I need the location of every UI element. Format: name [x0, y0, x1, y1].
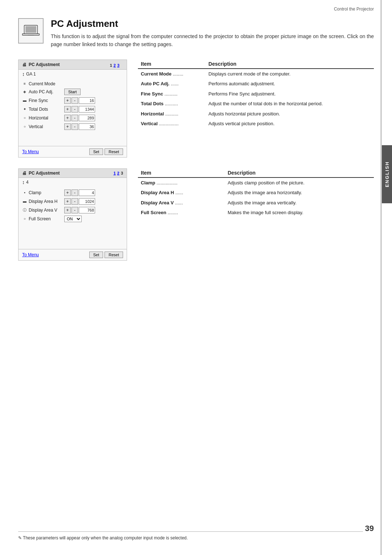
english-sidebar: ENGLISH: [382, 145, 392, 203]
cursor-icon-2: ↕: [22, 179, 25, 185]
panel-row-2: 🖨 PC Adjustment 1 2 3 ↕ 4 ▪ Clamp: [18, 168, 374, 261]
ui-panel-2: 🖨 PC Adjustment 1 2 3 ↕ 4 ▪ Clamp: [18, 168, 127, 261]
clamp-controls: + - 4: [64, 189, 95, 196]
table-cell-desc: Adjusts the image area vertically.: [225, 198, 374, 208]
panel1-spacer: [19, 135, 127, 146]
svg-rect-3: [28, 35, 34, 36]
display-v-icon: ⓘ: [22, 208, 27, 213]
title-text: PC Adjustment This function is to adjust…: [51, 18, 374, 49]
table-cell-item: Horizontal ..........: [138, 109, 205, 119]
tab2-2[interactable]: 2: [117, 171, 119, 175]
horizontal-controls: + - 289: [64, 115, 95, 121]
fine-sync-value: 16: [79, 97, 95, 104]
tab2-1[interactable]: 1: [114, 171, 116, 175]
horizontal-plus[interactable]: +: [64, 115, 71, 121]
panel1-footer: To Menu Set Reset: [19, 146, 127, 157]
table-row: Auto PC Adj. ......Performs automatic ad…: [138, 79, 374, 89]
set-button-1[interactable]: Set: [89, 148, 103, 155]
display-h-minus[interactable]: -: [72, 198, 78, 205]
display-h-controls: + - 1024: [64, 198, 95, 205]
total-dots-minus[interactable]: -: [72, 106, 78, 113]
display-h-plus[interactable]: +: [64, 198, 71, 205]
dots-icon: ✦: [22, 107, 27, 112]
table-row: Horizontal ..........Adjusts horizontal …: [138, 109, 374, 119]
cursor-row: ↕ GA 1: [19, 70, 127, 78]
auto-icon: ◈: [22, 89, 27, 94]
vertical-plus[interactable]: +: [64, 123, 71, 130]
horizontal-minus[interactable]: -: [72, 115, 78, 121]
clamp-plus[interactable]: +: [64, 189, 71, 196]
table-row: Full Screen ........Makes the image full…: [138, 208, 374, 218]
row-display-v: ⓘ Display Area V + - 768: [22, 207, 123, 213]
horizontal-value: 289: [79, 115, 95, 121]
table-cell-desc: Adjust the number of total dots in the h…: [205, 99, 374, 109]
table-cell-item: Full Screen ........: [138, 208, 225, 218]
fine-sync-plus[interactable]: +: [64, 97, 71, 104]
reset-button-2[interactable]: Reset: [105, 252, 123, 258]
panel2-title: PC Adjustment: [29, 171, 60, 176]
clamp-minus[interactable]: -: [72, 189, 78, 196]
tab2-3[interactable]: 3: [121, 171, 123, 175]
laptop-icon: [22, 24, 40, 38]
col2-header-1: Description: [205, 60, 374, 69]
clamp-value: 4: [79, 189, 95, 196]
reset-button-1[interactable]: Reset: [105, 148, 123, 155]
table-cell-desc: Displays current mode of the computer.: [205, 69, 374, 79]
vert-icon: ○: [22, 124, 27, 129]
page-description: This function is to adjust the signal fr…: [51, 32, 374, 49]
total-dots-plus[interactable]: +: [64, 106, 71, 113]
table-cell-item: Current Mode ........: [138, 69, 205, 79]
start-button[interactable]: Start: [64, 89, 81, 95]
row-fine-sync: ▬ Fine Sync + - 16: [22, 97, 123, 104]
row-auto-pc: ◈ Auto PC Adj. Start: [22, 89, 123, 95]
cursor-icon: ↕: [22, 71, 25, 77]
to-menu-link-2[interactable]: To Menu: [22, 252, 39, 257]
panel2-tabs: 1 2 3: [114, 171, 123, 175]
table-cell-item: Total Dots ..........: [138, 99, 205, 109]
panel1-title: PC Adjustment: [29, 62, 60, 67]
col1-header-1: Item: [138, 60, 205, 69]
label-total-dots: ✦ Total Dots: [22, 107, 62, 112]
table-cell-item: Clamp ................: [138, 177, 225, 188]
tab-2[interactable]: 2: [114, 63, 116, 68]
label-display-h: ▬ Display Area H: [22, 199, 62, 204]
full-screen-select[interactable]: ON OFF: [64, 216, 82, 222]
table-cell-item: Display Area H ......: [138, 188, 225, 198]
title-icon: [18, 18, 44, 44]
fine-sync-minus[interactable]: -: [72, 97, 78, 104]
desc-table-2: Item Description Clamp ................A…: [138, 168, 374, 261]
breadcrumb: Control the Projector: [334, 7, 374, 12]
label-horizontal: ○ Horizontal: [22, 115, 62, 121]
label-auto-pc: ◈ Auto PC Adj.: [22, 89, 62, 94]
panel1-icon: 🖨: [22, 62, 26, 67]
table-row: Display Area H ......Adjusts the image a…: [138, 188, 374, 198]
row-current-mode: ≡ Current Mode: [22, 81, 123, 86]
fullscreen-icon: ○: [22, 216, 27, 221]
table-cell-desc: Makes the image full screen display.: [225, 208, 374, 218]
set-button-2[interactable]: Set: [89, 252, 103, 258]
display-v-plus[interactable]: +: [64, 207, 71, 213]
full-screen-controls: ON OFF: [64, 216, 82, 222]
tab-1[interactable]: 1: [110, 63, 112, 68]
table-row: Vertical ...............Adjusts vertical…: [138, 119, 374, 129]
panel2-footer-btns: Set Reset: [89, 252, 123, 258]
table-row: Fine Sync ..........Performs Fine Sync a…: [138, 89, 374, 99]
page-title: PC Adjustment: [51, 18, 374, 29]
table-2: Item Description Clamp ................A…: [138, 168, 374, 218]
panel1-header: 🖨 PC Adjustment 1 2 3: [19, 60, 127, 70]
table-cell-desc: Adjusts clamp position of the picture.: [225, 177, 374, 188]
label-fine-sync: ▬ Fine Sync: [22, 98, 62, 103]
to-menu-link-1[interactable]: To Menu: [22, 149, 39, 154]
label-current-mode: ≡ Current Mode: [22, 81, 62, 86]
row-display-h: ▬ Display Area H + - 1024: [22, 198, 123, 205]
row-total-dots: ✦ Total Dots + - 1344: [22, 106, 123, 113]
ui-panel-1: 🖨 PC Adjustment 1 2 3 ↕ GA 1 ≡ Current: [18, 60, 127, 158]
table-cell-desc: Adjusts horizontal picture position.: [205, 109, 374, 119]
panel1-tabs: 1 2 3: [106, 62, 123, 68]
display-v-controls: + - 768: [64, 207, 95, 213]
vertical-minus[interactable]: -: [72, 123, 78, 130]
row-horizontal: ○ Horizontal + - 289: [22, 115, 123, 121]
tab-3[interactable]: 3: [117, 63, 119, 68]
table-row: Display Area V ......Adjusts the image a…: [138, 198, 374, 208]
display-v-minus[interactable]: -: [72, 207, 78, 213]
